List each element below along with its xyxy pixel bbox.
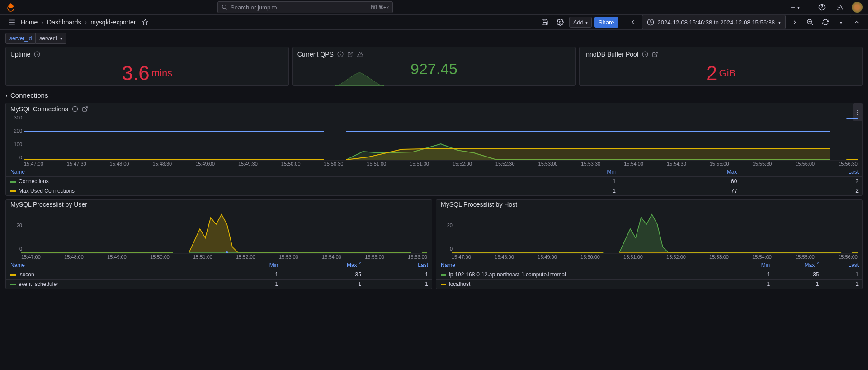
panel-mysql-connections[interactable]: ⋮ MySQL Connections 300 200 100 0 (5, 103, 863, 196)
x-tick: 15:51:00 (193, 254, 212, 260)
legend-row[interactable]: event_scheduler111 (6, 280, 432, 289)
legend-header-name[interactable]: Name (6, 261, 221, 270)
x-tick: 15:52:00 (453, 161, 472, 166)
x-tick: 15:49:00 (538, 254, 557, 260)
y-tick: 0 (10, 246, 22, 251)
legend-row[interactable]: localhost111 (436, 280, 862, 289)
help-icon[interactable] (816, 1, 828, 14)
x-tick: 15:55:30 (753, 161, 772, 166)
legend-header-name[interactable]: Name (6, 167, 508, 177)
refresh-interval-button[interactable]: ▾ (835, 16, 847, 28)
y-tick: 200 (10, 128, 22, 133)
variable-label-server-id[interactable]: server_id (5, 33, 36, 44)
legend-header-min[interactable]: Min (221, 261, 282, 270)
time-range-text: 2024-12-08 15:46:38 to 2024-12-08 15:56:… (658, 19, 775, 26)
news-icon[interactable] (834, 1, 846, 14)
x-tick: 15:56:30 (838, 161, 858, 166)
stat-unit-uptime: mins (151, 67, 172, 79)
panel-processlist-user[interactable]: MySQL Processlist by User 20 0 15:47:001… (5, 199, 432, 289)
x-tick: 15:54:00 (624, 161, 643, 166)
x-tick: 15:56:00 (838, 254, 858, 260)
time-range-picker[interactable]: 2024-12-08 15:46:38 to 2024-12-08 15:56:… (642, 15, 786, 29)
add-panel-button[interactable]: Add▾ (569, 17, 592, 28)
kiosk-button[interactable] (850, 16, 863, 28)
info-icon[interactable] (72, 106, 78, 112)
share-button[interactable]: Share (594, 17, 618, 28)
user-avatar[interactable] (852, 2, 863, 13)
legend-header-name[interactable]: Name (436, 261, 737, 270)
x-tick: 15:50:30 (324, 161, 344, 166)
svg-point-17 (226, 251, 228, 253)
top-bar: Search or jump to... ⌘+k ▾ (0, 0, 868, 15)
link-icon[interactable] (82, 106, 88, 112)
warning-icon[interactable] (357, 51, 363, 57)
panel-qps[interactable]: Current QPS 927.45 (292, 47, 576, 86)
svg-point-8 (559, 21, 561, 23)
x-tick: 15:54:00 (752, 254, 772, 260)
stat-value-innodb: 2 (706, 62, 717, 85)
legend-row[interactable]: Max Used Connections1772 (6, 186, 862, 196)
x-tick: 15:48:00 (64, 254, 84, 260)
variable-value-text: server1 (39, 35, 57, 42)
x-tick: 15:53:00 (279, 254, 298, 260)
share-label: Share (599, 19, 614, 26)
y-tick: 0 (10, 155, 22, 160)
breadcrumb-home[interactable]: Home (21, 19, 38, 26)
legend-header-last[interactable]: Last (741, 167, 862, 177)
svg-rect-3 (372, 6, 373, 7)
chevron-down-icon: ▾ (5, 93, 8, 98)
x-tick: 15:48:00 (495, 254, 514, 260)
variable-value-server-id[interactable]: server1▾ (36, 33, 66, 44)
info-icon[interactable] (642, 51, 648, 57)
panel-uptime[interactable]: Uptime 3.6 mins (5, 47, 289, 86)
search-placeholder: Search or jump to... (231, 4, 282, 11)
graph-svg (21, 211, 427, 253)
legend-row[interactable]: Connections1602 (6, 177, 862, 186)
svg-point-7 (838, 9, 838, 9)
legend-table: Name Min Max Last Connections1602Max Use… (6, 167, 862, 195)
time-forward-button[interactable] (788, 16, 801, 28)
link-icon[interactable] (652, 51, 658, 57)
graph-svg (452, 211, 858, 253)
variable-row: server_id server1▾ (0, 30, 868, 47)
x-tick: 15:52:00 (666, 254, 686, 260)
legend-header-last[interactable]: Last (823, 261, 862, 270)
x-tick: 15:47:00 (21, 254, 41, 260)
settings-button[interactable] (554, 16, 566, 28)
legend-header-last[interactable]: Last (365, 261, 432, 270)
grafana-logo-icon[interactable] (5, 2, 16, 13)
menu-toggle-button[interactable] (5, 16, 18, 28)
zoom-out-button[interactable] (804, 16, 816, 28)
x-tick: 15:51:00 (623, 254, 643, 260)
save-button[interactable] (538, 16, 551, 28)
stat-value-uptime: 3.6 (122, 62, 150, 85)
row-title: Connections (10, 91, 48, 99)
row-header-connections[interactable]: ▾ Connections (5, 90, 863, 103)
time-back-button[interactable] (627, 16, 639, 28)
legend-header-max[interactable]: Max ˅ (282, 261, 365, 270)
info-icon[interactable] (337, 51, 344, 57)
info-icon[interactable] (34, 51, 40, 57)
legend-row[interactable]: ip-192-168-0-12.ap-northeast-1.compute.i… (436, 270, 862, 280)
x-tick: 15:47:00 (452, 254, 471, 260)
search-input[interactable]: Search or jump to... ⌘+k (217, 1, 393, 13)
separator (808, 3, 808, 12)
legend-table: Name Min Max ˅ Last isucon1351event_sche… (6, 261, 432, 289)
legend-header-max[interactable]: Max ˅ (774, 261, 822, 270)
clock-icon (647, 19, 654, 26)
panel-innodb[interactable]: InnoDB Buffer Pool 2 GiB (579, 47, 863, 86)
panel-processlist-host[interactable]: MySQL Processlist by Host 20 0 15:47:001… (436, 199, 863, 289)
link-icon[interactable] (347, 51, 354, 57)
x-tick: 15:55:00 (365, 254, 384, 260)
legend-header-min[interactable]: Min (508, 167, 619, 177)
x-tick: 15:49:00 (195, 161, 215, 166)
add-menu-button[interactable]: ▾ (788, 1, 801, 14)
legend-header-min[interactable]: Min (737, 261, 774, 270)
breadcrumb-dashboards[interactable]: Dashboards (47, 19, 81, 26)
favorite-button[interactable] (139, 16, 151, 28)
y-tick: 0 (441, 246, 453, 251)
legend-row[interactable]: isucon1351 (6, 270, 432, 280)
breadcrumb-separator: › (85, 19, 87, 26)
legend-header-max[interactable]: Max (619, 167, 741, 177)
refresh-button[interactable] (819, 16, 832, 28)
